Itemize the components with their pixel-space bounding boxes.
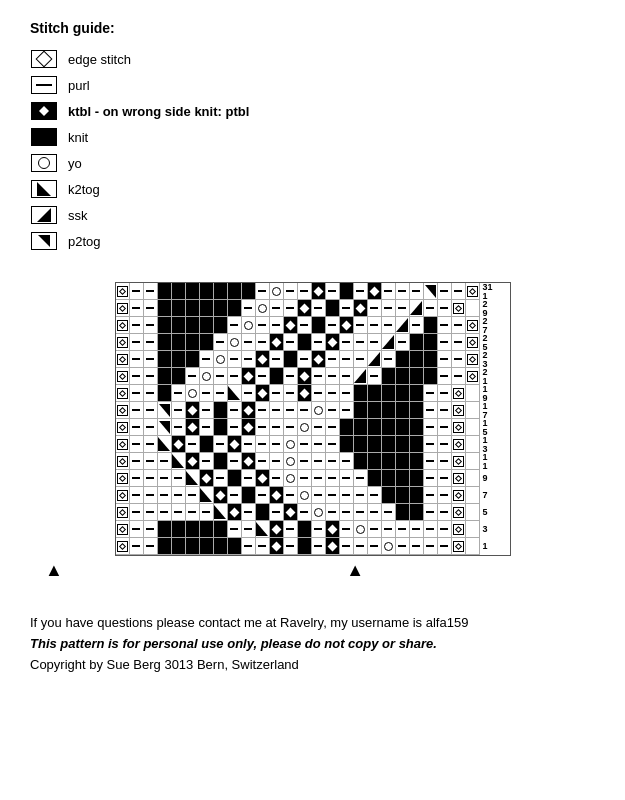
chart-cell: [354, 300, 368, 317]
chart-cell: [410, 521, 424, 538]
chart-cell: [228, 521, 242, 538]
chart-cell: [466, 436, 480, 453]
chart-cell: [382, 504, 396, 521]
chart-cell: [340, 453, 354, 470]
chart-cell: [438, 504, 452, 521]
chart-cell: [144, 402, 158, 419]
chart-cell: [242, 368, 256, 385]
chart-cell: [368, 385, 382, 402]
chart-cell: [340, 487, 354, 504]
chart-cell: [312, 453, 326, 470]
chart-cell: [410, 453, 424, 470]
chart-cell: [130, 521, 144, 538]
chart-cell: [354, 538, 368, 555]
chart-cell: [270, 283, 284, 300]
chart-cell: [242, 334, 256, 351]
chart-cell: [452, 419, 466, 436]
knit-label: knit: [68, 130, 88, 145]
chart-cell: [340, 538, 354, 555]
chart-cell: [312, 317, 326, 334]
chart-cell: [326, 385, 340, 402]
chart-cell: [242, 283, 256, 300]
chart-cell: [158, 487, 172, 504]
chart-cell: [172, 436, 186, 453]
chart-cell: [410, 300, 424, 317]
chart-cell: [116, 470, 130, 487]
chart-cell: [284, 368, 298, 385]
chart-cell: [130, 334, 144, 351]
chart-cell: [382, 351, 396, 368]
chart-cell: [270, 402, 284, 419]
chart-cell: [466, 283, 480, 300]
chart-cell: [410, 351, 424, 368]
chart-cell: [158, 351, 172, 368]
chart-cell: [452, 453, 466, 470]
chart-cell: [270, 453, 284, 470]
chart-cell: [312, 402, 326, 419]
chart-cell: [186, 351, 200, 368]
chart-row: 1: [116, 538, 510, 555]
chart-cell: [382, 334, 396, 351]
chart-cell: [410, 317, 424, 334]
chart-cell: [438, 368, 452, 385]
arrow-left: ▲: [45, 560, 63, 581]
chart-cell: [396, 453, 410, 470]
chart-cell: [312, 521, 326, 538]
chart-cell: [298, 300, 312, 317]
chart-cell: [438, 436, 452, 453]
chart-cell: [340, 436, 354, 453]
chart-cell: [172, 470, 186, 487]
chart-cell: [158, 317, 172, 334]
row-numbers: 311: [480, 283, 510, 300]
chart-cell: [172, 419, 186, 436]
chart-cell: [158, 521, 172, 538]
chart-cell: [256, 402, 270, 419]
chart-cell: [396, 283, 410, 300]
chart-cell: [438, 487, 452, 504]
chart-cell: [130, 538, 144, 555]
chart-cell: [186, 487, 200, 504]
chart-cell: [452, 402, 466, 419]
chart-cell: [340, 300, 354, 317]
ktbl-symbol: [30, 101, 58, 121]
chart-cell: [382, 521, 396, 538]
chart-cell: [256, 470, 270, 487]
chart-cell: [354, 521, 368, 538]
chart-cell: [326, 300, 340, 317]
chart-cell: [466, 521, 480, 538]
chart-cell: [466, 538, 480, 555]
chart-cell: [144, 351, 158, 368]
chart-cell: [130, 453, 144, 470]
chart-cell: [214, 351, 228, 368]
chart-row: 9: [116, 470, 510, 487]
chart-cell: [144, 283, 158, 300]
chart-cell: [144, 419, 158, 436]
chart-cell: [130, 385, 144, 402]
chart-cell: [354, 487, 368, 504]
chart-cell: [172, 453, 186, 470]
chart-cell: [410, 504, 424, 521]
chart-cell: [298, 487, 312, 504]
chart-cell: [270, 368, 284, 385]
chart-cell: [466, 419, 480, 436]
chart-cell: [284, 334, 298, 351]
chart-cell: [214, 470, 228, 487]
chart-cell: [228, 385, 242, 402]
chart-cell: [326, 470, 340, 487]
chart-cell: [228, 334, 242, 351]
chart-cell: [116, 351, 130, 368]
chart-cell: [396, 368, 410, 385]
chart-cell: [256, 385, 270, 402]
chart-cell: [256, 334, 270, 351]
chart-cell: [214, 334, 228, 351]
row-numbers: 29: [480, 300, 510, 317]
chart-cell: [368, 300, 382, 317]
chart-cell: [242, 538, 256, 555]
chart-cell: [452, 436, 466, 453]
chart-cell: [242, 300, 256, 317]
chart-row: 311: [116, 283, 510, 300]
chart-cell: [214, 436, 228, 453]
row-numbers: 27: [480, 317, 510, 334]
chart-cell: [438, 453, 452, 470]
chart-cell: [186, 317, 200, 334]
